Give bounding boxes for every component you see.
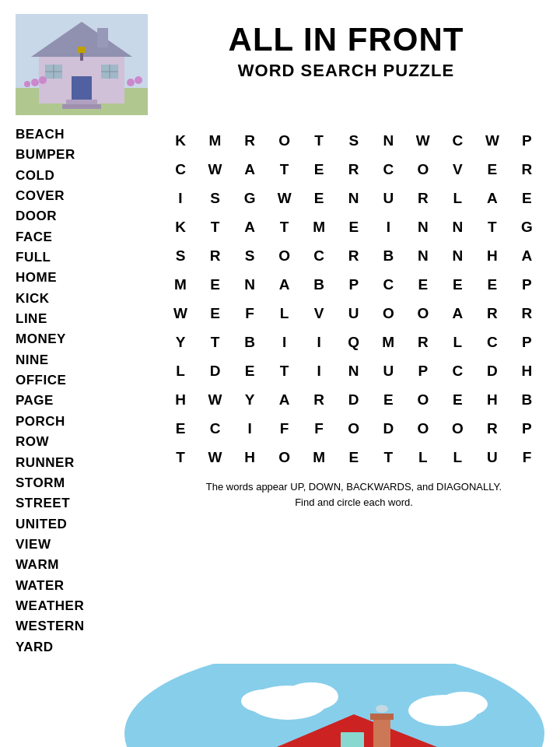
grid-cell: W	[406, 126, 440, 155]
word-list: BEACHBUMPERCOLDCOVERDOORFACEFULLHOMEKICK…	[16, 124, 152, 658]
word-list-item: WEATHER	[16, 596, 152, 616]
grid-cell: L	[406, 443, 440, 472]
svg-rect-16	[97, 28, 108, 47]
grid-cell: L	[440, 328, 474, 356]
grid-cell: M	[302, 443, 336, 472]
grid-cell: S	[163, 241, 198, 270]
grid-cell: F	[302, 414, 336, 443]
word-list-item: FULL	[16, 247, 152, 268]
grid-cell: R	[475, 299, 509, 328]
bottom-house-svg	[0, 664, 560, 747]
svg-point-24	[241, 689, 288, 713]
word-list-item: NINE	[16, 350, 152, 370]
grid-cell: U	[475, 443, 509, 472]
word-list-item: DOOR	[16, 206, 152, 226]
grid-cell: O	[337, 414, 371, 443]
grid-cell: W	[198, 155, 233, 184]
grid-cell: D	[475, 356, 509, 385]
grid-cell: E	[302, 155, 336, 184]
sub-title: WORD SEARCH PUZZLE	[148, 61, 544, 81]
grid-cell: L	[163, 356, 198, 385]
grid-cell: R	[337, 155, 371, 184]
grid-cell: A	[475, 184, 509, 212]
svg-rect-32	[373, 717, 390, 747]
title-block: ALL IN FRONT WORD SEARCH PUZZLE	[148, 14, 544, 81]
grid-cell: U	[371, 356, 405, 385]
grid-cell: I	[302, 356, 336, 385]
grid-cell: T	[198, 212, 233, 241]
grid-cell: R	[302, 385, 336, 414]
svg-point-34	[376, 705, 388, 713]
grid-cell: C	[198, 414, 233, 443]
word-list-item: BEACH	[16, 124, 152, 145]
grid-cell: O	[440, 414, 474, 443]
word-list-item: PORCH	[16, 412, 152, 432]
svg-point-10	[39, 76, 47, 84]
word-list-item: KICK	[16, 289, 152, 309]
grid-cell: C	[302, 241, 336, 270]
grid-cell: T	[302, 126, 336, 155]
grid-cell: N	[337, 184, 371, 212]
grid-cell: K	[163, 212, 198, 241]
grid-cell: L	[268, 299, 302, 328]
grid-cell: A	[268, 385, 302, 414]
grid-cell: R	[509, 299, 544, 328]
grid-cell: N	[233, 270, 267, 299]
grid-cell: W	[198, 385, 233, 414]
word-list-item: LINE	[16, 309, 152, 329]
word-list-item: ROW	[16, 432, 152, 452]
grid-cell: O	[406, 385, 440, 414]
word-list-item: WESTERN	[16, 616, 152, 637]
svg-rect-51	[341, 732, 364, 747]
grid-cell: D	[198, 356, 233, 385]
grid-cell: C	[163, 155, 198, 184]
word-list-item: RUNNER	[16, 453, 152, 473]
grid-cell: I	[268, 328, 302, 356]
grid-cell: B	[233, 328, 267, 356]
word-list-item: HOME	[16, 268, 152, 288]
grid-cell: N	[371, 126, 405, 155]
svg-rect-33	[370, 714, 394, 720]
grid-cell: E	[302, 184, 336, 212]
grid-cell: D	[337, 385, 371, 414]
grid-cell: E	[440, 385, 474, 414]
grid-cell: O	[268, 241, 302, 270]
grid-cell: N	[337, 356, 371, 385]
grid-cell: S	[233, 241, 267, 270]
grid-cell: E	[198, 270, 233, 299]
grid-cell: E	[233, 356, 267, 385]
svg-point-23	[284, 682, 338, 710]
instructions: The words appear UP, DOWN, BACKWARDS, an…	[163, 479, 544, 510]
grid-cell: O	[268, 443, 302, 472]
grid-cell: S	[198, 184, 233, 212]
grid-cell: C	[371, 155, 405, 184]
grid-cell: E	[475, 270, 509, 299]
word-list-item: FACE	[16, 227, 152, 247]
grid-cell: H	[233, 443, 267, 472]
grid-cell: R	[509, 155, 544, 184]
grid-cell: H	[475, 385, 509, 414]
grid-cell: W	[163, 299, 198, 328]
grid-cell: O	[371, 299, 405, 328]
grid-cell: L	[440, 184, 474, 212]
grid-cell: P	[509, 414, 544, 443]
grid-cell: A	[233, 212, 267, 241]
grid-cell: N	[440, 241, 474, 270]
grid-cell: O	[268, 126, 302, 155]
grid-cell: O	[406, 414, 440, 443]
grid-cell: B	[509, 385, 544, 414]
grid-cell: R	[198, 241, 233, 270]
grid-cell: E	[475, 155, 509, 184]
grid-cell: P	[337, 270, 371, 299]
svg-rect-7	[66, 100, 97, 104]
content: BEACHBUMPERCOLDCOVERDOORFACEFULLHOMEKICK…	[0, 115, 560, 658]
grid-cell: U	[371, 184, 405, 212]
grid-cell: F	[233, 299, 267, 328]
svg-point-13	[135, 76, 142, 84]
grid-cell: P	[509, 126, 544, 155]
grid-cell: Y	[233, 385, 267, 414]
grid-cell: O	[406, 299, 440, 328]
grid-cell: S	[337, 126, 371, 155]
grid-cell: N	[440, 212, 474, 241]
svg-point-12	[127, 79, 135, 86]
